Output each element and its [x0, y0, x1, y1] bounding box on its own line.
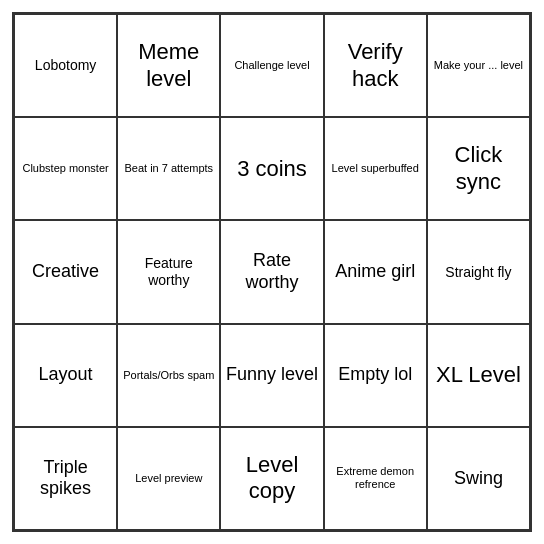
cell-text-r0c4: Make your ... level [432, 59, 525, 72]
bingo-cell-r3c4: XL Level [427, 324, 530, 427]
bingo-cell-r3c2: Funny level [220, 324, 323, 427]
bingo-cell-r2c3: Anime girl [324, 220, 427, 323]
cell-text-r3c3: Empty lol [329, 364, 422, 386]
cell-text-r0c1: Meme level [122, 39, 215, 92]
bingo-cell-r0c0: Lobotomy [14, 14, 117, 117]
cell-text-r2c0: Creative [19, 261, 112, 283]
bingo-cell-r2c0: Creative [14, 220, 117, 323]
bingo-cell-r3c0: Layout [14, 324, 117, 427]
cell-text-r3c4: XL Level [432, 362, 525, 388]
cell-text-r1c3: Level superbuffed [329, 162, 422, 175]
bingo-cell-r0c2: Challenge level [220, 14, 323, 117]
cell-text-r0c0: Lobotomy [19, 57, 112, 74]
bingo-cell-r0c4: Make your ... level [427, 14, 530, 117]
cell-text-r1c1: Beat in 7 attempts [122, 162, 215, 175]
bingo-cell-r0c3: Verify hack [324, 14, 427, 117]
bingo-cell-r1c0: Clubstep monster [14, 117, 117, 220]
cell-text-r2c4: Straight fly [432, 264, 525, 281]
cell-text-r4c0: Triple spikes [19, 457, 112, 500]
cell-text-r3c2: Funny level [225, 364, 318, 386]
bingo-cell-r1c4: Click sync [427, 117, 530, 220]
cell-text-r3c0: Layout [19, 364, 112, 386]
cell-text-r3c1: Portals/Orbs spam [122, 369, 215, 382]
cell-text-r4c1: Level preview [122, 472, 215, 485]
bingo-cell-r4c4: Swing [427, 427, 530, 530]
cell-text-r2c1: Feature worthy [122, 255, 215, 289]
bingo-cell-r2c4: Straight fly [427, 220, 530, 323]
cell-text-r1c0: Clubstep monster [19, 162, 112, 175]
bingo-cell-r4c0: Triple spikes [14, 427, 117, 530]
cell-text-r0c2: Challenge level [225, 59, 318, 72]
cell-text-r2c2: Rate worthy [225, 250, 318, 293]
bingo-cell-r4c2: Level copy [220, 427, 323, 530]
cell-text-r1c2: 3 coins [225, 156, 318, 182]
cell-text-r4c4: Swing [432, 468, 525, 490]
cell-text-r2c3: Anime girl [329, 261, 422, 283]
bingo-cell-r2c2: Rate worthy [220, 220, 323, 323]
bingo-cell-r0c1: Meme level [117, 14, 220, 117]
bingo-cell-r2c1: Feature worthy [117, 220, 220, 323]
bingo-cell-r1c2: 3 coins [220, 117, 323, 220]
bingo-board: LobotomyMeme levelChallenge levelVerify … [12, 12, 532, 532]
cell-text-r4c2: Level copy [225, 452, 318, 505]
bingo-cell-r3c1: Portals/Orbs spam [117, 324, 220, 427]
cell-text-r1c4: Click sync [432, 142, 525, 195]
bingo-cell-r1c1: Beat in 7 attempts [117, 117, 220, 220]
cell-text-r4c3: Extreme demon refrence [329, 465, 422, 491]
cell-text-r0c3: Verify hack [329, 39, 422, 92]
bingo-cell-r4c3: Extreme demon refrence [324, 427, 427, 530]
bingo-cell-r1c3: Level superbuffed [324, 117, 427, 220]
bingo-cell-r3c3: Empty lol [324, 324, 427, 427]
bingo-cell-r4c1: Level preview [117, 427, 220, 530]
